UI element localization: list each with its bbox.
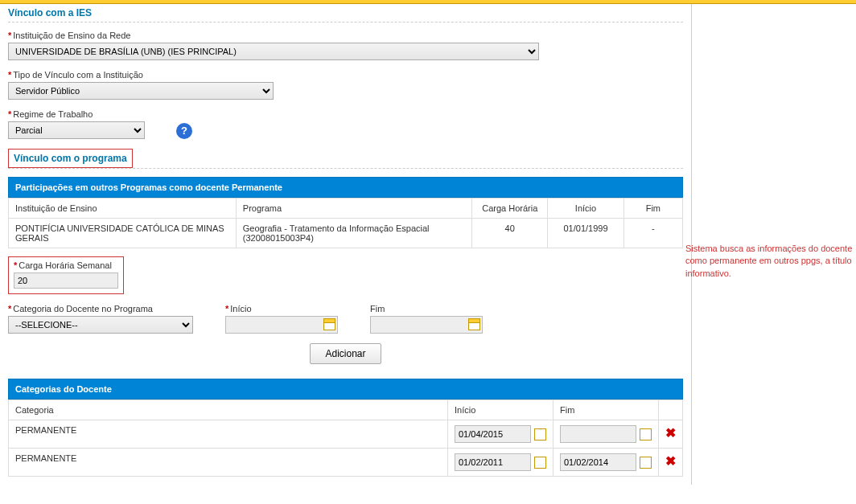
- th-actions: [659, 400, 683, 420]
- cell-programa: Geografia - Tratamento da Informação Esp…: [236, 219, 471, 248]
- section-vinculo-ies: Vínculo com a IES: [8, 4, 683, 23]
- input-carga-semanal[interactable]: [14, 272, 118, 289]
- participacoes-table: Instituição de Ensino Programa Carga Hor…: [8, 198, 683, 248]
- section-vinculo-programa: Vínculo com o programa: [8, 149, 133, 168]
- input-fim[interactable]: [370, 316, 483, 334]
- select-categoria[interactable]: --SELECIONE--: [8, 316, 193, 334]
- help-icon[interactable]: ?: [176, 123, 192, 139]
- th-cat-fim: Fim: [554, 400, 659, 420]
- calendar-icon[interactable]: [323, 318, 335, 330]
- table-row: PERMANENTE ✖: [9, 449, 683, 477]
- adicionar-button[interactable]: Adicionar: [310, 343, 381, 364]
- delete-icon[interactable]: ✖: [659, 449, 683, 477]
- input-cat-fim[interactable]: [560, 425, 636, 443]
- select-tipo-vinculo[interactable]: Servidor Público: [8, 82, 274, 100]
- select-regime[interactable]: Parcial: [8, 121, 145, 139]
- th-instituicao: Instituição de Ensino: [9, 199, 237, 219]
- cell-inicio: 01/01/1999: [548, 219, 623, 248]
- label-tipo-vinculo: *Tipo de Vínculo com a Instituição: [8, 70, 683, 80]
- label-instituicao: *Instituição de Ensino da Rede: [8, 31, 683, 40]
- input-inicio[interactable]: [225, 316, 338, 334]
- label-carga-semanal: Carga Horária Semanal: [19, 260, 112, 270]
- cell-instituicao: PONTIFÍCIA UNIVERSIDADE CATÓLICA DE MINA…: [9, 219, 237, 248]
- cell-categoria: PERMANENTE: [9, 420, 448, 449]
- th-cat-inicio: Início: [448, 400, 554, 420]
- calendar-icon[interactable]: [534, 457, 546, 469]
- calendar-icon[interactable]: [534, 428, 546, 440]
- delete-icon[interactable]: ✖: [659, 420, 683, 449]
- calendar-icon[interactable]: [640, 428, 652, 440]
- select-instituicao[interactable]: UNIVERSIDADE DE BRASÍLIA (UNB) (IES PRIN…: [8, 43, 539, 60]
- calendar-icon[interactable]: [640, 457, 652, 469]
- table-row: PERMANENTE ✖: [9, 420, 683, 449]
- input-cat-inicio[interactable]: [455, 453, 531, 471]
- label-inicio: Início: [230, 304, 251, 313]
- cell-categoria: PERMANENTE: [9, 449, 448, 477]
- input-cat-inicio[interactable]: [455, 425, 531, 443]
- annotation-text: Sistema busca as informações do docente …: [685, 243, 854, 280]
- th-inicio: Início: [548, 199, 623, 219]
- cell-fim: -: [623, 219, 682, 248]
- table-row: PONTIFÍCIA UNIVERSIDADE CATÓLICA DE MINA…: [9, 219, 683, 248]
- input-cat-fim[interactable]: [560, 453, 636, 471]
- categorias-table: Categoria Início Fim PERMANENTE ✖ PERMAN…: [8, 400, 683, 477]
- categorias-header: Categorias do Docente: [8, 379, 683, 400]
- label-categoria: Categoria do Docente no Programa: [13, 304, 153, 313]
- calendar-icon[interactable]: [468, 318, 480, 330]
- participacoes-header: Participações em outros Programas como d…: [8, 177, 683, 198]
- label-regime: *Regime de Trabalho: [8, 109, 683, 119]
- th-programa: Programa: [236, 199, 471, 219]
- th-categoria: Categoria: [9, 400, 448, 420]
- cell-carga: 40: [472, 219, 548, 248]
- th-fim: Fim: [623, 199, 682, 219]
- carga-semanal-group: *Carga Horária Semanal: [8, 256, 124, 294]
- label-fim: Fim: [370, 304, 385, 313]
- th-carga: Carga Horária: [472, 199, 548, 219]
